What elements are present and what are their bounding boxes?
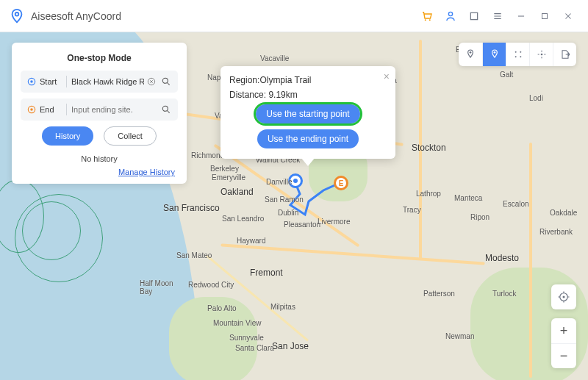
svg-point-14 — [470, 51, 472, 54]
city-label: San Ramon — [265, 196, 304, 204]
collect-button[interactable]: Collect — [104, 126, 157, 146]
popup-close-button[interactable]: × — [384, 71, 390, 82]
menu-icon — [492, 10, 503, 22]
city-label: Stockton — [412, 143, 446, 153]
menu-button[interactable] — [487, 5, 509, 27]
city-label: Oakdale — [550, 209, 577, 217]
city-label: San Mateo — [176, 251, 212, 259]
app-logo: Aiseesoft AnyCoord — [9, 8, 121, 24]
mode-export-button[interactable] — [553, 43, 576, 66]
svg-point-12 — [30, 108, 33, 111]
route-end-marker[interactable]: E — [334, 176, 348, 190]
city-label: San Jose — [272, 341, 309, 351]
zoom-controls: + − — [551, 318, 576, 368]
city-label: Danville — [266, 178, 293, 186]
city-label: Ripon — [470, 213, 490, 221]
city-label: Dublin — [278, 209, 298, 217]
content: E Napa Fairfield Vacaville Rio Vista Elk… — [0, 32, 588, 380]
popup-distance: Distance: 9.19km — [229, 90, 387, 100]
user-button[interactable] — [440, 5, 462, 27]
svg-point-16 — [514, 51, 516, 53]
history-button[interactable]: History — [42, 126, 93, 146]
city-label: San Leandro — [222, 215, 264, 223]
close-icon — [563, 11, 573, 21]
end-pin-icon — [25, 104, 38, 115]
city-label: Turlock — [492, 290, 516, 298]
window-mode-button[interactable] — [463, 5, 485, 27]
city-label: Livermore — [318, 218, 350, 226]
search-start-button[interactable] — [159, 76, 173, 87]
svg-point-2 — [429, 19, 431, 21]
search-end-button[interactable] — [159, 104, 173, 115]
city-label: Berkeley — [210, 165, 239, 173]
location-pin-icon — [9, 8, 25, 24]
svg-point-18 — [514, 56, 516, 57]
pin-icon — [465, 49, 476, 60]
start-input[interactable] — [71, 77, 144, 86]
route-icon — [489, 49, 501, 60]
svg-point-20 — [540, 54, 542, 56]
window-controls — [416, 5, 579, 27]
svg-point-13 — [162, 106, 168, 111]
start-pin-icon — [25, 76, 38, 87]
city-label: Newman — [445, 332, 474, 340]
multistop-icon — [512, 49, 524, 60]
close-button[interactable] — [557, 5, 579, 27]
mode-multistop-button[interactable] — [506, 43, 529, 66]
city-label: Lodi — [529, 94, 543, 102]
city-label: Lathrop — [416, 190, 441, 198]
user-icon — [444, 10, 457, 23]
city-label: Escalon — [503, 200, 529, 208]
city-label: Modesto — [485, 253, 519, 263]
zoom-out-button[interactable]: − — [551, 343, 576, 368]
manage-history-link[interactable]: Manage History — [21, 168, 178, 176]
clear-start-button[interactable] — [144, 76, 159, 87]
city-label: Palo Alto — [207, 304, 236, 312]
city-label: Riverbank — [539, 228, 573, 236]
svg-rect-5 — [542, 13, 548, 18]
city-label: Tracy — [403, 206, 421, 214]
city-label: Milpitas — [270, 303, 295, 311]
end-label: End — [40, 105, 62, 114]
one-stop-mode-panel: One-stop Mode Start End History Collect … — [12, 43, 187, 184]
mode-onestop-button[interactable] — [482, 43, 506, 66]
svg-point-19 — [520, 56, 521, 57]
panel-buttons: History Collect — [21, 126, 178, 146]
city-label: Santa Clara — [235, 344, 274, 352]
square-icon — [468, 10, 480, 22]
svg-point-15 — [493, 51, 495, 54]
city-label: San Francisco — [163, 203, 220, 213]
use-starting-point-button[interactable]: Use the starting point — [256, 104, 359, 123]
city-label: Patterson — [423, 290, 455, 298]
joystick-icon — [536, 49, 548, 60]
mode-pin-button[interactable] — [459, 43, 482, 66]
svg-point-17 — [520, 51, 521, 53]
zoom-in-button[interactable]: + — [551, 318, 576, 343]
no-history-text: No history — [21, 154, 178, 163]
city-label: Galt — [500, 71, 513, 79]
svg-point-22 — [563, 296, 565, 298]
minimize-button[interactable] — [510, 5, 532, 27]
export-icon — [559, 49, 571, 60]
use-ending-point-button[interactable]: Use the ending point — [257, 129, 359, 148]
panel-title: One-stop Mode — [21, 53, 178, 63]
end-row: End — [21, 98, 178, 121]
map-mode-toolbar — [459, 43, 576, 66]
svg-point-10 — [162, 78, 168, 83]
locate-me-button[interactable] — [551, 284, 576, 309]
svg-rect-4 — [470, 12, 477, 19]
titlebar: Aiseesoft AnyCoord — [0, 0, 588, 32]
svg-point-1 — [425, 19, 426, 21]
start-label: Start — [40, 77, 62, 86]
maximize-icon — [539, 11, 550, 21]
app-title: Aiseesoft AnyCoord — [31, 10, 121, 22]
cart-icon — [420, 10, 434, 23]
maximize-button[interactable] — [534, 5, 556, 27]
city-label: Richmond — [191, 151, 224, 159]
cart-button[interactable] — [416, 5, 438, 27]
svg-point-6 — [293, 179, 298, 183]
svg-point-3 — [448, 12, 452, 15]
end-input[interactable] — [71, 105, 159, 114]
mode-joystick-button[interactable] — [529, 43, 553, 66]
city-label: Half Moon Bay — [140, 279, 173, 295]
